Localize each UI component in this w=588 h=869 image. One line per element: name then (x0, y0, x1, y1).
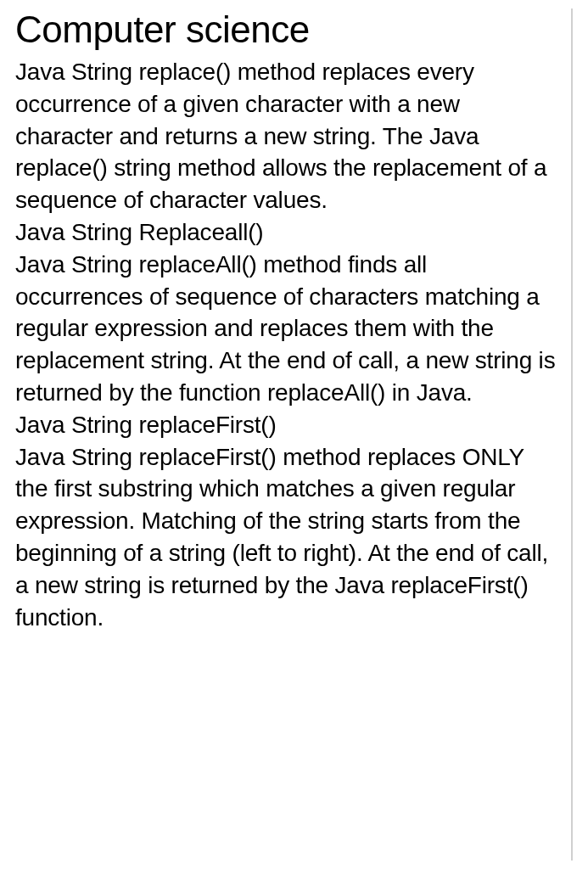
document-content: Computer science Java String replace() m… (15, 8, 573, 861)
document-body: Java String replace() method replaces ev… (15, 56, 559, 633)
document-title: Computer science (15, 8, 559, 51)
